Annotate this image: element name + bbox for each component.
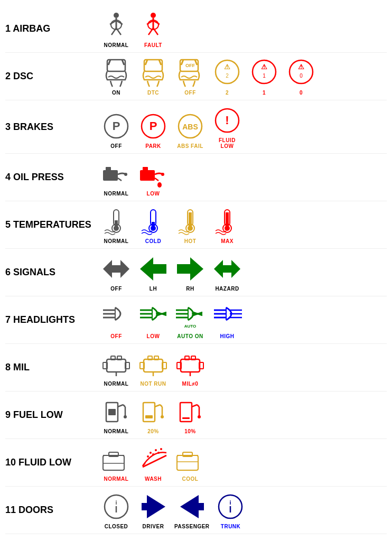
signal-hazard-label: HAZARD: [215, 286, 239, 292]
section-title-headlights: 7 HEADLIGHTS: [5, 314, 100, 325]
fuel-20-icon: [137, 396, 169, 427]
mil-fault-label: MIL≠0: [182, 381, 199, 387]
svg-rect-42: [106, 167, 111, 171]
temp-hot-icon: [174, 206, 206, 237]
svg-line-16: [122, 60, 124, 65]
fuel-20-item: 20%: [137, 396, 169, 434]
svg-line-120: [155, 405, 160, 407]
svg-point-139: [152, 453, 154, 455]
dsc-on-icon: [100, 57, 132, 89]
svg-text:P: P: [149, 119, 157, 133]
temp-max-item: MAX: [211, 206, 243, 244]
mil-notrun-item: NOT RUN: [137, 348, 169, 387]
temp-hot-label: HOT: [184, 238, 197, 244]
svg-marker-65: [140, 257, 166, 281]
dsc-2-label: 2: [226, 90, 229, 96]
svg-point-117: [124, 415, 127, 418]
section-title-airbag: 1 AIRBAG: [5, 23, 100, 34]
mil-notrun-icon: [137, 348, 169, 380]
door-closed-icon: i: [100, 491, 132, 523]
brake-park-item: P PARK: [137, 110, 169, 149]
icons-mil: NORMAL NOT RUN: [100, 348, 206, 387]
section-title-doors: 11 DOORS: [5, 505, 100, 516]
fuel-10-label: 10%: [184, 428, 196, 434]
door-trunk-label: TRUNK: [221, 524, 241, 529]
signal-lh-item: LH: [137, 253, 169, 292]
fluid-normal-label: NORMAL: [104, 476, 129, 482]
svg-line-114: [118, 405, 123, 407]
temp-normal-label: NORMAL: [104, 238, 129, 244]
door-passenger-icon: [176, 491, 208, 523]
brake-park-icon: P: [137, 110, 169, 142]
brake-park-label: PARK: [145, 143, 161, 149]
svg-text:0: 0: [300, 73, 303, 79]
hl-auto-item: AUTO AUTO ON: [174, 301, 206, 339]
section-oilpress: 4 OIL PRESS NORMAL: [5, 154, 387, 201]
temp-cold-icon: [137, 206, 169, 237]
svg-point-7: [151, 13, 156, 18]
oil-normal-item: NORMAL: [100, 158, 132, 197]
svg-point-63: [225, 226, 230, 231]
section-temperatures: 5 TEMPERATURES NORMAL: [5, 201, 387, 249]
oil-normal-icon: [100, 158, 132, 190]
svg-line-127: [197, 405, 199, 407]
brake-fluid-item: ! FLUID LOW: [211, 105, 243, 149]
fluid-cool-label: COOL: [182, 476, 199, 482]
charge-normal-icon: - +: [100, 538, 132, 541]
svg-point-43: [124, 173, 127, 176]
section-fuellow: 9 FUEL LOW NORMAL: [5, 391, 387, 439]
svg-point-129: [198, 415, 201, 418]
section-brakes: 3 BRAKES P OFF P PARK: [5, 100, 387, 154]
dsc-on-item: ON: [100, 57, 132, 96]
svg-text:i: i: [115, 499, 117, 506]
mil-normal-item: NORMAL: [100, 348, 132, 387]
signal-lh-icon: [137, 253, 169, 285]
door-passenger-item: PASSENGER: [174, 491, 210, 529]
hl-auto-label: AUTO ON: [177, 333, 203, 339]
brake-off-icon: P: [100, 110, 132, 142]
dsc-dtc-label: DTC: [147, 90, 159, 96]
svg-line-121: [160, 405, 162, 407]
hl-off-item: OFF: [100, 301, 132, 339]
signal-rh-label: RH: [186, 286, 194, 292]
fluid-cool-icon: [174, 443, 206, 475]
svg-line-21: [181, 60, 183, 65]
oil-low-item: LOW: [137, 158, 169, 197]
door-driver-item: DRIVER: [137, 491, 169, 529]
dsc-1-icon: ⚠ 1: [248, 57, 280, 89]
temp-hot-item: HOT: [174, 206, 206, 244]
brake-fluid-label: FLUID LOW: [219, 137, 236, 149]
airbag-fault-icon: [137, 10, 169, 41]
fluid-wash-item: WASH: [137, 443, 169, 482]
svg-text:ABS: ABS: [182, 123, 198, 131]
svg-marker-150: [180, 495, 204, 518]
signal-hazard-item: HAZARD: [211, 253, 243, 292]
icons-headlights: OFF LOW: [100, 301, 243, 339]
svg-rect-94: [107, 359, 126, 372]
section-airbag: 1 AIRBAG NORMAL: [5, 5, 387, 53]
signal-rh-icon: [174, 253, 206, 285]
svg-point-51: [114, 226, 119, 231]
fluid-normal-item: NORMAL: [100, 443, 132, 482]
svg-point-0: [114, 13, 119, 18]
section-title-mil: 8 MIL: [5, 362, 100, 373]
dsc-2-icon: ⚠ 2: [211, 57, 243, 89]
svg-point-46: [161, 173, 164, 176]
hl-low-item: LOW: [137, 301, 169, 339]
airbag-fault-item: FAULT: [137, 10, 169, 48]
svg-rect-142: [177, 455, 198, 470]
icons-signals: OFF LH RH: [100, 253, 243, 292]
temp-normal-icon: [100, 206, 132, 237]
charge-normal-item: - + NORMAL: [100, 538, 132, 541]
section-title-signals: 6 SIGNALS: [5, 267, 100, 278]
mil-notrun-label: NOT RUN: [140, 381, 166, 387]
door-trunk-item: i TRUNK: [215, 491, 247, 529]
dsc-on-label: ON: [112, 90, 120, 96]
svg-rect-119: [145, 415, 153, 418]
door-closed-label: CLOSED: [105, 524, 128, 529]
svg-point-135: [150, 452, 152, 454]
oil-low-icon: [137, 158, 169, 190]
svg-rect-118: [143, 403, 155, 422]
svg-marker-67: [214, 260, 240, 278]
airbag-normal-icon: [100, 10, 132, 41]
